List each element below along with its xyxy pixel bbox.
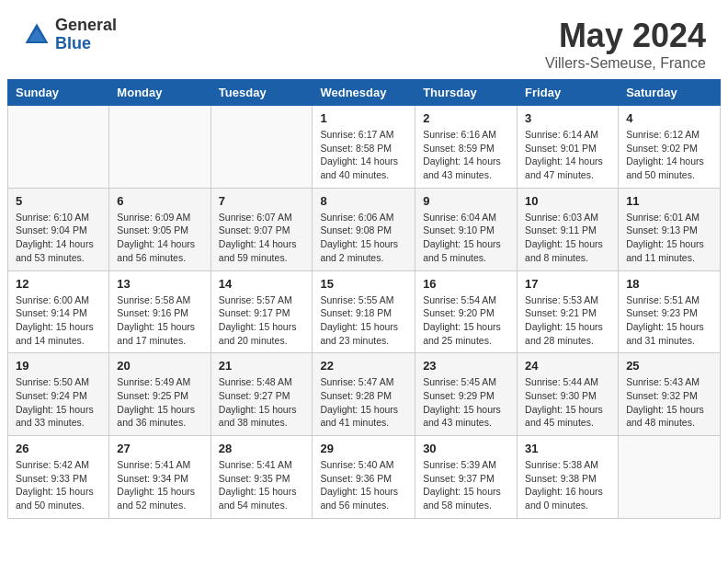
calendar-cell: 1Sunrise: 6:17 AMSunset: 8:58 PMDaylight… <box>313 106 415 189</box>
calendar-cell: 28Sunrise: 5:41 AMSunset: 9:35 PMDayligh… <box>210 436 313 519</box>
day-number: 26 <box>16 442 101 455</box>
day-detail: Sunrise: 5:39 AMSunset: 9:37 PMDaylight:… <box>423 458 509 512</box>
calendar-cell: 31Sunrise: 5:38 AMSunset: 9:38 PMDayligh… <box>518 436 619 519</box>
calendar-cell: 12Sunrise: 6:00 AMSunset: 9:14 PMDayligh… <box>8 270 109 353</box>
calendar-cell: 11Sunrise: 6:01 AMSunset: 9:13 PMDayligh… <box>619 188 721 270</box>
day-detail: Sunrise: 6:09 AMSunset: 9:05 PMDaylight:… <box>117 211 202 265</box>
day-detail: Sunrise: 6:06 AMSunset: 9:08 PMDaylight:… <box>320 211 407 265</box>
calendar-cell: 2Sunrise: 6:16 AMSunset: 8:59 PMDaylight… <box>415 106 518 189</box>
calendar-cell: 16Sunrise: 5:54 AMSunset: 9:20 PMDayligh… <box>415 270 518 353</box>
logo-general-label: General <box>55 17 117 35</box>
day-number: 11 <box>626 194 712 208</box>
day-number: 16 <box>423 277 509 291</box>
calendar-cell: 30Sunrise: 5:39 AMSunset: 9:37 PMDayligh… <box>415 436 518 519</box>
day-number: 14 <box>219 277 305 291</box>
calendar-cell: 23Sunrise: 5:45 AMSunset: 9:29 PMDayligh… <box>415 353 518 436</box>
calendar-cell <box>8 106 109 189</box>
column-header-monday: Monday <box>109 80 210 106</box>
day-number: 8 <box>320 194 407 208</box>
calendar-cell: 3Sunrise: 6:14 AMSunset: 9:01 PMDaylight… <box>518 106 619 189</box>
day-detail: Sunrise: 5:53 AMSunset: 9:21 PMDaylight:… <box>525 293 610 348</box>
day-detail: Sunrise: 5:58 AMSunset: 9:16 PMDaylight:… <box>117 293 202 348</box>
calendar-cell: 4Sunrise: 6:12 AMSunset: 9:02 PMDaylight… <box>619 106 721 189</box>
calendar-cell: 21Sunrise: 5:48 AMSunset: 9:27 PMDayligh… <box>210 353 313 436</box>
calendar-cell: 25Sunrise: 5:43 AMSunset: 9:32 PMDayligh… <box>619 353 721 436</box>
day-number: 25 <box>626 359 712 373</box>
calendar-cell: 10Sunrise: 6:03 AMSunset: 9:11 PMDayligh… <box>518 188 619 270</box>
calendar-week-row: 19Sunrise: 5:50 AMSunset: 9:24 PMDayligh… <box>8 353 721 436</box>
calendar-cell: 19Sunrise: 5:50 AMSunset: 9:24 PMDayligh… <box>8 353 109 436</box>
calendar-cell: 29Sunrise: 5:40 AMSunset: 9:36 PMDayligh… <box>313 436 415 519</box>
calendar-cell: 13Sunrise: 5:58 AMSunset: 9:16 PMDayligh… <box>109 270 210 353</box>
day-detail: Sunrise: 6:17 AMSunset: 8:58 PMDaylight:… <box>320 128 407 182</box>
day-detail: Sunrise: 6:07 AMSunset: 9:07 PMDaylight:… <box>219 211 305 265</box>
day-detail: Sunrise: 5:54 AMSunset: 9:20 PMDaylight:… <box>423 293 509 348</box>
calendar-cell: 7Sunrise: 6:07 AMSunset: 9:07 PMDaylight… <box>210 188 313 270</box>
day-detail: Sunrise: 6:16 AMSunset: 8:59 PMDaylight:… <box>423 128 509 182</box>
day-detail: Sunrise: 5:41 AMSunset: 9:34 PMDaylight:… <box>117 458 202 512</box>
logo: General Blue <box>22 17 117 53</box>
day-detail: Sunrise: 5:40 AMSunset: 9:36 PMDaylight:… <box>320 458 407 512</box>
logo-text: General Blue <box>55 17 117 53</box>
day-number: 31 <box>525 442 610 455</box>
calendar-cell: 24Sunrise: 5:44 AMSunset: 9:30 PMDayligh… <box>518 353 619 436</box>
day-detail: Sunrise: 6:01 AMSunset: 9:13 PMDaylight:… <box>626 211 712 265</box>
calendar-cell <box>210 106 313 189</box>
calendar-week-row: 26Sunrise: 5:42 AMSunset: 9:33 PMDayligh… <box>8 436 721 519</box>
day-number: 4 <box>626 111 712 125</box>
calendar-week-row: 12Sunrise: 6:00 AMSunset: 9:14 PMDayligh… <box>8 270 721 353</box>
day-number: 2 <box>423 111 509 125</box>
calendar-header-row: SundayMondayTuesdayWednesdayThursdayFrid… <box>8 80 721 106</box>
day-detail: Sunrise: 5:48 AMSunset: 9:27 PMDaylight:… <box>219 375 305 430</box>
calendar-wrapper: SundayMondayTuesdayWednesdayThursdayFrid… <box>0 79 728 535</box>
day-number: 27 <box>117 442 202 455</box>
day-detail: Sunrise: 5:41 AMSunset: 9:35 PMDaylight:… <box>219 458 305 512</box>
day-detail: Sunrise: 6:14 AMSunset: 9:01 PMDaylight:… <box>525 128 610 182</box>
day-number: 20 <box>117 359 202 373</box>
logo-blue-label: Blue <box>55 35 117 53</box>
day-number: 18 <box>626 277 712 291</box>
day-number: 6 <box>117 194 202 208</box>
page-header: General Blue May 2024 Villers-Semeuse, F… <box>0 0 728 79</box>
day-number: 1 <box>320 111 407 125</box>
day-number: 10 <box>525 194 610 208</box>
calendar-table: SundayMondayTuesdayWednesdayThursdayFrid… <box>7 79 721 519</box>
calendar-cell <box>109 106 210 189</box>
day-number: 29 <box>320 442 407 455</box>
calendar-cell <box>619 436 721 519</box>
day-detail: Sunrise: 5:50 AMSunset: 9:24 PMDaylight:… <box>16 375 101 430</box>
day-number: 5 <box>16 194 101 208</box>
calendar-location: Villers-Semeuse, France <box>545 55 706 72</box>
day-number: 9 <box>423 194 509 208</box>
day-number: 21 <box>219 359 305 373</box>
day-detail: Sunrise: 5:42 AMSunset: 9:33 PMDaylight:… <box>16 458 101 512</box>
day-detail: Sunrise: 5:38 AMSunset: 9:38 PMDaylight:… <box>525 458 610 512</box>
calendar-week-row: 1Sunrise: 6:17 AMSunset: 8:58 PMDaylight… <box>8 106 721 189</box>
day-number: 19 <box>16 359 101 373</box>
calendar-title: May 2024 <box>545 17 706 55</box>
day-number: 30 <box>423 442 509 455</box>
day-detail: Sunrise: 5:51 AMSunset: 9:23 PMDaylight:… <box>626 293 712 348</box>
day-detail: Sunrise: 5:55 AMSunset: 9:18 PMDaylight:… <box>320 293 407 348</box>
calendar-cell: 8Sunrise: 6:06 AMSunset: 9:08 PMDaylight… <box>313 188 415 270</box>
day-detail: Sunrise: 5:44 AMSunset: 9:30 PMDaylight:… <box>525 375 610 430</box>
title-block: May 2024 Villers-Semeuse, France <box>545 17 706 72</box>
calendar-week-row: 5Sunrise: 6:10 AMSunset: 9:04 PMDaylight… <box>8 188 721 270</box>
logo-icon <box>22 20 51 50</box>
calendar-cell: 5Sunrise: 6:10 AMSunset: 9:04 PMDaylight… <box>8 188 109 270</box>
calendar-cell: 9Sunrise: 6:04 AMSunset: 9:10 PMDaylight… <box>415 188 518 270</box>
column-header-wednesday: Wednesday <box>313 80 415 106</box>
calendar-cell: 17Sunrise: 5:53 AMSunset: 9:21 PMDayligh… <box>518 270 619 353</box>
day-detail: Sunrise: 5:57 AMSunset: 9:17 PMDaylight:… <box>219 293 305 348</box>
day-detail: Sunrise: 6:10 AMSunset: 9:04 PMDaylight:… <box>16 211 101 265</box>
day-detail: Sunrise: 6:00 AMSunset: 9:14 PMDaylight:… <box>16 293 101 348</box>
column-header-thursday: Thursday <box>415 80 518 106</box>
day-detail: Sunrise: 5:43 AMSunset: 9:32 PMDaylight:… <box>626 375 712 430</box>
column-header-saturday: Saturday <box>619 80 721 106</box>
day-number: 13 <box>117 277 202 291</box>
calendar-cell: 18Sunrise: 5:51 AMSunset: 9:23 PMDayligh… <box>619 270 721 353</box>
day-number: 28 <box>219 442 305 455</box>
day-number: 7 <box>219 194 305 208</box>
day-detail: Sunrise: 5:49 AMSunset: 9:25 PMDaylight:… <box>117 375 202 430</box>
calendar-cell: 27Sunrise: 5:41 AMSunset: 9:34 PMDayligh… <box>109 436 210 519</box>
